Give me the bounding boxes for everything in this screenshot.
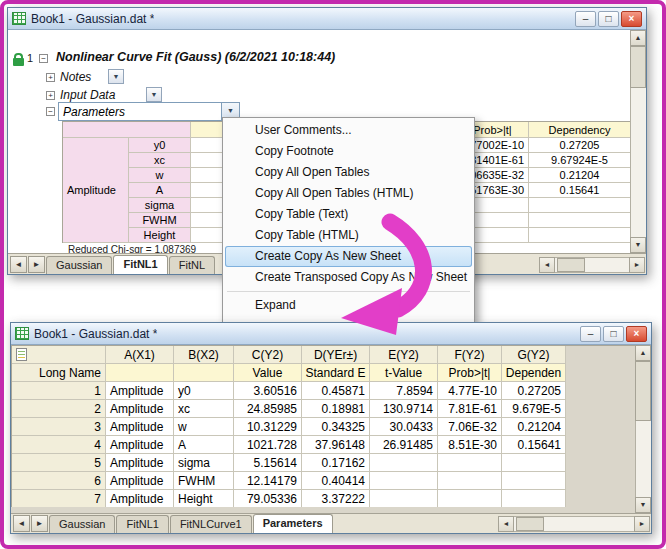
tab-scroll-right-icon[interactable]: ► [31,515,48,532]
long-name-cell[interactable] [106,364,174,382]
cell[interactable]: A [174,436,234,454]
cell[interactable]: 10.31229 [234,418,302,436]
cell[interactable]: 0.34325 [302,418,370,436]
param-header-cell[interactable]: xc [129,153,191,168]
dependency-value-cell[interactable]: 0.27205 [529,138,631,153]
column-header[interactable]: G(Y2) [502,346,566,364]
cell[interactable]: 9.679E-5 [502,400,566,418]
scroll-down-icon[interactable]: ▼ [630,237,646,253]
long-name-cell[interactable]: Dependen [502,364,566,382]
menu-item-copy-footnote[interactable]: Copy Footnote [223,141,474,162]
cell[interactable]: 3.60516 [234,382,302,400]
scroll-right-icon[interactable]: ► [629,257,645,273]
scrollbar-thumb[interactable] [635,361,651,421]
cell[interactable]: FWHM [174,472,234,490]
cell[interactable]: 0.27205 [502,382,566,400]
cell[interactable]: Amplitude [106,472,174,490]
collapse-node-icon[interactable]: − [39,54,48,63]
cell[interactable]: Amplitude [106,436,174,454]
dependency-value-cell[interactable] [529,228,631,243]
cell[interactable]: 37.96148 [302,436,370,454]
dependency-header-cell[interactable]: Dependency [529,122,631,138]
scroll-left-icon[interactable]: ◄ [498,516,514,532]
expand-notes-icon[interactable]: + [46,73,55,82]
cell[interactable]: 0.18981 [302,400,370,418]
titlebar[interactable]: Book1 - Gaussian.dat * – □ × [8,8,646,30]
maximize-button[interactable]: □ [603,326,624,342]
cell[interactable]: 0.45871 [302,382,370,400]
cell[interactable]: 12.14179 [234,472,302,490]
column-header[interactable]: B(X2) [174,346,234,364]
scroll-up-icon[interactable]: ▲ [635,345,651,361]
hscroll-track[interactable] [514,516,634,532]
dependency-value-cell[interactable]: 0.21204 [529,168,631,183]
long-name-cell[interactable]: t-Value [370,364,438,382]
dependency-value-cell[interactable]: 0.15641 [529,183,631,198]
row-header[interactable]: 3 [12,418,106,436]
cell[interactable]: 5.15614 [234,454,302,472]
group-header-cell[interactable]: Amplitude [63,138,129,243]
vertical-scrollbar[interactable]: ▲ ▼ [630,30,646,253]
cell[interactable]: 79.05336 [234,490,302,508]
row-header[interactable]: 7 [12,490,106,508]
recalculate-lock-icon[interactable] [13,58,24,66]
horizontal-scrollbar[interactable]: ◄ ► [498,515,650,532]
cell[interactable]: 3.37222 [302,490,370,508]
cell[interactable]: y0 [174,382,234,400]
cell[interactable] [438,472,502,490]
param-header-cell[interactable]: Height [129,228,191,243]
cell[interactable]: 0.40414 [302,472,370,490]
hscroll-track[interactable] [555,257,629,273]
cell[interactable]: 26.91485 [370,436,438,454]
scroll-left-icon[interactable]: ◄ [539,257,555,273]
param-header-cell[interactable]: y0 [129,138,191,153]
cell[interactable]: 8.51E-30 [438,436,502,454]
cell[interactable]: xc [174,400,234,418]
notes-dropdown-icon[interactable]: ▼ [108,69,124,84]
vertical-scrollbar[interactable]: ▲ ▼ [635,345,651,513]
cell[interactable]: 0.17162 [302,454,370,472]
row-header[interactable]: 1 [12,382,106,400]
menu-item-copy-table-html[interactable]: Copy Table (HTML) [223,225,474,246]
menu-item-copy-all-open-tables-html[interactable]: Copy All Open Tables (HTML) [223,183,474,204]
tab-fitnlcurve1[interactable]: FitNLCurve1 [170,515,252,533]
cell[interactable]: 0.21204 [502,418,566,436]
cell[interactable] [502,454,566,472]
corner-header-cell[interactable] [12,346,106,364]
tab-gaussian[interactable]: Gaussian [46,256,112,274]
cell[interactable]: 7.06E-32 [438,418,502,436]
dependency-value-cell[interactable] [529,213,631,228]
close-button[interactable]: × [621,11,642,27]
row-header[interactable]: 5 [12,454,106,472]
cell[interactable]: 7.81E-61 [438,400,502,418]
scroll-right-icon[interactable]: ► [634,516,650,532]
cell[interactable]: Amplitude [106,454,174,472]
cell[interactable]: 7.8594 [370,382,438,400]
cell[interactable] [502,472,566,490]
long-name-cell[interactable] [174,364,234,382]
long-name-cell[interactable]: Prob>|t| [438,364,502,382]
cell[interactable] [370,472,438,490]
menu-item-expand[interactable]: Expand [223,295,474,316]
titlebar[interactable]: Book1 - Gaussian.dat * – □ × [11,323,651,345]
column-header[interactable]: C(Y2) [234,346,302,364]
cell[interactable]: 30.0433 [370,418,438,436]
expand-input-data-icon[interactable]: + [46,91,55,100]
param-header-cell[interactable]: w [129,168,191,183]
param-header-cell[interactable]: sigma [129,198,191,213]
cell[interactable]: Amplitude [106,400,174,418]
close-button[interactable]: × [626,326,647,342]
tab-scroll-left-icon[interactable]: ◄ [13,515,30,532]
menu-item-create-transposed-copy[interactable]: Create Transposed Copy As New Sheet [223,267,474,288]
column-header[interactable]: D(YEr±) [302,346,370,364]
table-corner-cell[interactable] [63,122,191,138]
report-node-number[interactable]: 1 [27,52,33,64]
scrollbar-thumb[interactable] [630,46,646,88]
cell[interactable]: Height [174,490,234,508]
cell[interactable]: Amplitude [106,382,174,400]
tab-gaussian[interactable]: Gaussian [49,515,115,533]
cell[interactable]: 130.9714 [370,400,438,418]
long-name-cell[interactable]: Standard E [302,364,370,382]
dependency-value-cell[interactable] [529,198,631,213]
parameters-combobox[interactable]: Parameters ▼ [58,102,240,121]
